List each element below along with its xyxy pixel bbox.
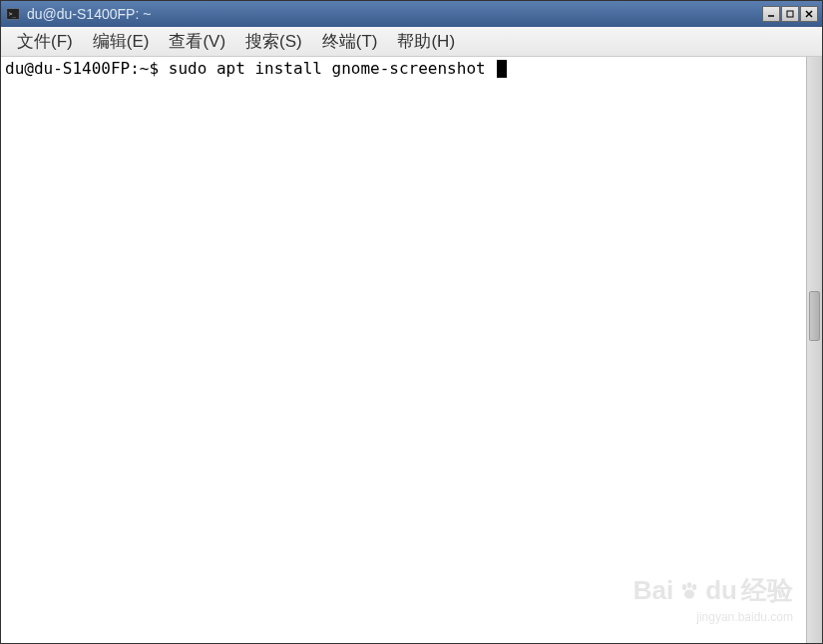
maximize-button[interactable] (781, 6, 799, 22)
terminal-content[interactable]: du@du-S1400FP:~$ sudo apt install gnome-… (1, 57, 806, 643)
minimize-button[interactable] (762, 6, 780, 22)
terminal-area[interactable]: du@du-S1400FP:~$ sudo apt install gnome-… (1, 57, 822, 643)
window-controls (761, 6, 818, 22)
menu-terminal[interactable]: 终端(T) (314, 27, 386, 56)
command-text: sudo apt install gnome-screenshot (169, 59, 496, 78)
window-title: du@du-S1400FP: ~ (27, 6, 761, 22)
menu-edit[interactable]: 编辑(E) (85, 27, 158, 56)
menu-file[interactable]: 文件(F) (9, 27, 81, 56)
terminal-window: >_ du@du-S1400FP: ~ 文件(F) 编辑(E) 查看(V) 搜索… (0, 0, 823, 644)
prompt-text: du@du-S1400FP:~$ (5, 59, 169, 78)
close-button[interactable] (800, 6, 818, 22)
svg-text:>_: >_ (9, 10, 17, 18)
menubar: 文件(F) 编辑(E) 查看(V) 搜索(S) 终端(T) 帮助(H) (1, 27, 822, 57)
menu-search[interactable]: 搜索(S) (237, 27, 310, 56)
terminal-icon: >_ (5, 6, 21, 22)
vertical-scrollbar[interactable] (806, 57, 822, 643)
menu-view[interactable]: 查看(V) (161, 27, 233, 56)
scrollbar-thumb[interactable] (809, 291, 820, 341)
menu-help[interactable]: 帮助(H) (389, 27, 463, 56)
titlebar[interactable]: >_ du@du-S1400FP: ~ (1, 1, 822, 27)
cursor-icon (497, 60, 507, 78)
svg-rect-3 (787, 11, 793, 17)
